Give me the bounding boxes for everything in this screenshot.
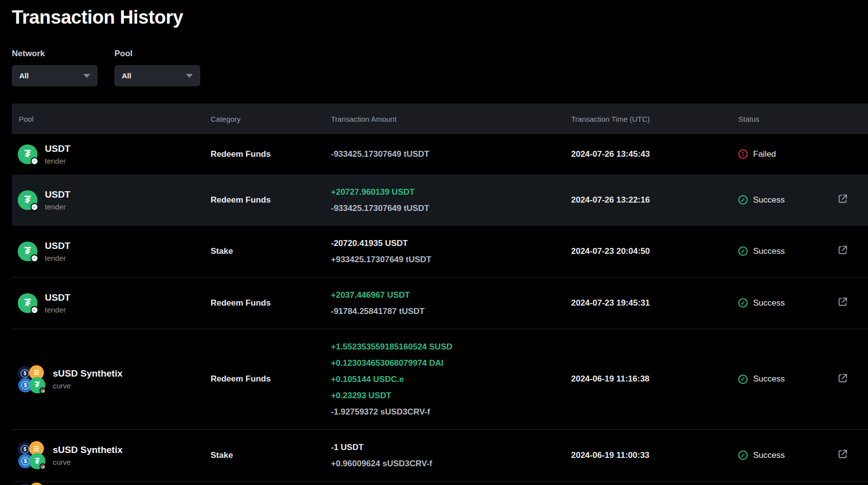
amount-line: +1.552353559185160524 SUSD — [331, 339, 571, 355]
pool-cell: $☰$₮ sUSD Synthetix curve — [12, 441, 211, 469]
pool-icon: ₮✓ — [18, 190, 37, 210]
status-cell: ✓ Success — [738, 195, 832, 205]
amount-line: +20727.960139 USDT — [331, 184, 571, 200]
network-select[interactable]: All — [12, 65, 98, 86]
pool-icon: ₮✓ — [18, 293, 37, 313]
tether-glyph: ₮ — [24, 147, 31, 160]
amount-line: -1 USDT — [331, 439, 571, 455]
tender-badge-icon: ✓ — [31, 254, 38, 262]
external-link-icon[interactable] — [837, 297, 848, 307]
status-label: Success — [753, 298, 785, 308]
pool-filter: Pool All — [114, 49, 200, 86]
chevron-down-icon — [186, 74, 193, 78]
external-link-icon[interactable] — [837, 245, 848, 255]
pool-text: USDT tender — [45, 143, 71, 165]
pool-platform: curve — [53, 458, 122, 466]
pool-text: USDT tender — [45, 241, 71, 262]
amount-cell: +20727.960139 USDT-933425.17307649 tUSDT — [331, 184, 571, 216]
pool-text: sUSD Synthetix curve — [53, 368, 122, 390]
amount-line: +0.123034653068079974 DAI — [331, 355, 571, 371]
success-icon: ✓ — [738, 195, 748, 205]
amount-line: -933425.17307649 tUSDT — [331, 200, 571, 216]
pool-text: sUSD Synthetix curve — [53, 445, 122, 466]
pool-platform: curve — [53, 381, 122, 390]
filters-bar: Network All Pool All — [12, 49, 868, 86]
network-filter: Network All — [12, 49, 98, 86]
pool-cell: ₮✓ USDT tender — [12, 189, 211, 211]
category-cell: Redeem Funds — [211, 374, 331, 384]
amount-line: -933425.17307649 tUSDT — [331, 146, 571, 162]
pool-select[interactable]: All — [114, 65, 200, 86]
amount-line: +2037.446967 USDT — [331, 287, 571, 303]
column-header-amount: Transaction Amount — [331, 115, 571, 123]
pool-filter-label: Pool — [114, 49, 200, 59]
status-label: Success — [753, 246, 785, 256]
amount-line: +0.105144 USDC.e — [331, 371, 571, 387]
table-row: ₮✓ USDT tender Stake -20720.41935 USDT+9… — [12, 226, 868, 277]
status-cell: ✓ Success — [738, 374, 832, 384]
pool-text: USDT tender — [45, 189, 71, 211]
link-cell — [832, 297, 868, 309]
external-link-icon[interactable] — [837, 194, 848, 204]
susd-synthetix-pool-icon: $☰$₮ — [18, 483, 45, 485]
amount-cell: -933425.17307649 tUSDT — [331, 146, 571, 162]
pool-select-value: All — [122, 71, 131, 80]
status-label: Success — [753, 450, 785, 460]
pool-name: USDT — [45, 189, 71, 201]
pool-text: USDT tender — [45, 292, 71, 314]
time-cell: 2024-07-26 13:22:16 — [571, 195, 738, 205]
category-cell: Stake — [211, 450, 331, 460]
table-row: ₮✓ USDT tender Redeem Funds +20727.96013… — [12, 174, 868, 226]
transaction-table: Pool Category Transaction Amount Transac… — [12, 104, 868, 485]
column-header-status: Status — [738, 115, 832, 123]
amount-line: +0.23293 USDT — [331, 387, 571, 404]
curve-badge-icon — [39, 387, 46, 394]
column-header-time: Transaction Time (UTC) — [571, 115, 738, 123]
pool-name: USDT — [45, 292, 71, 304]
pool-platform: tender — [45, 306, 71, 314]
pool-name: sUSD Synthetix — [53, 368, 122, 380]
time-cell: 2024-06-19 11:00:33 — [571, 450, 738, 460]
amount-line: -1.92759372 sUSD3CRV-f — [331, 404, 571, 420]
column-header-category: Category — [211, 115, 331, 123]
table-row: $☰$₮ sUSD Synthetix curve Redeem Funds +… — [12, 329, 868, 429]
table-header: Pool Category Transaction Amount Transac… — [12, 104, 868, 134]
status-label: Success — [753, 374, 785, 384]
pool-cell: ₮✓ USDT tender — [12, 292, 211, 314]
status-cell: ! Failed — [738, 149, 832, 159]
link-cell — [832, 245, 868, 257]
susd-synthetix-pool-icon: $☰$₮ — [18, 441, 45, 469]
time-cell: 2024-07-23 20:04:50 — [571, 246, 738, 256]
external-link-icon[interactable] — [837, 373, 848, 383]
table-row: $☰$₮ — [12, 481, 868, 485]
pool-platform: tender — [45, 254, 71, 262]
success-icon: ✓ — [738, 298, 748, 308]
chevron-down-icon — [83, 74, 90, 78]
pool-icon: ₮✓ — [18, 242, 37, 261]
success-icon: ✓ — [738, 246, 748, 256]
curve-badge-icon — [39, 463, 46, 470]
usdc-dollar-glyph: $ — [21, 381, 30, 389]
status-label: Success — [753, 195, 785, 205]
amount-line: +0.96009624 sUSD3CRV-f — [331, 455, 571, 472]
usdc-dollar-glyph: $ — [21, 457, 30, 465]
table-row: ₮✓ USDT tender Redeem Funds +2037.446967… — [12, 277, 868, 329]
external-link-icon[interactable] — [837, 449, 848, 459]
table-row: ₮✓ USDT tender Redeem Funds -933425.1730… — [12, 134, 868, 174]
pool-platform: tender — [45, 157, 71, 165]
table-row: $☰$₮ sUSD Synthetix curve Stake -1 USDT+… — [12, 429, 868, 481]
network-filter-label: Network — [12, 49, 98, 59]
link-cell — [832, 194, 868, 206]
tender-badge-icon: ✓ — [31, 157, 38, 165]
time-cell: 2024-07-26 13:45:43 — [571, 149, 738, 159]
usdt-coin-icon: ₮✓ — [18, 242, 37, 261]
column-header-pool: Pool — [12, 115, 211, 123]
amount-cell: +2037.446967 USDT-91784.25841787 tUSDT — [331, 287, 571, 319]
usdt-coin-icon: ₮✓ — [18, 190, 37, 210]
pool-icon: ₮✓ — [18, 144, 37, 164]
time-cell: 2024-07-23 19:45:31 — [571, 298, 738, 308]
pool-cell: $☰$₮ sUSD Synthetix curve — [12, 365, 211, 393]
link-cell — [832, 373, 868, 385]
pool-name: sUSD Synthetix — [53, 445, 122, 456]
failed-icon: ! — [738, 149, 748, 159]
